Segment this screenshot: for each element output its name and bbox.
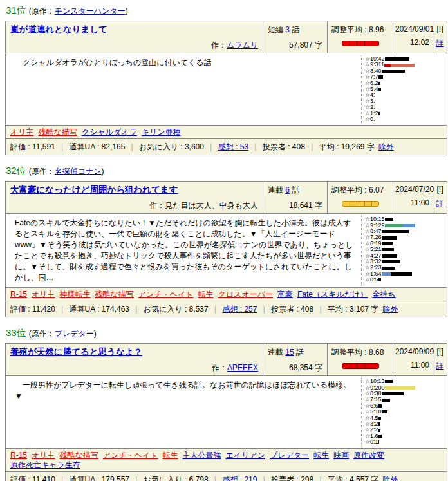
rating-bar-segment — [378, 278, 381, 281]
author-name[interactable]: ムラムリ — [227, 41, 258, 50]
rating-bar-segment — [378, 82, 380, 85]
tag-link[interactable]: R-15 — [10, 290, 27, 299]
tag-link[interactable]: アンチ・ヘイト — [103, 451, 158, 460]
tag-link[interactable]: 主人公最強 — [183, 451, 221, 460]
tag-link[interactable]: 原作改変 — [353, 451, 384, 460]
rating-bar-segment — [378, 417, 381, 420]
entry-tags-row: R-15オリ主神様転生残酷な描写アンチ・ヘイト転生クロスオーバー富豪Fate（ス… — [6, 288, 447, 301]
tag-link[interactable]: オリ主 — [32, 290, 55, 299]
alert-flag-link[interactable]: [!] — [434, 185, 446, 194]
origin-prefix: (原作： — [29, 329, 55, 338]
detail-link[interactable]: 詳 — [434, 361, 446, 372]
tag-link[interactable]: R-15 — [10, 451, 27, 460]
episode-count-link[interactable]: 3 — [285, 25, 290, 34]
stat-value-link[interactable]: 感想 : 257 — [222, 305, 257, 314]
origin-suffix: ) — [126, 6, 128, 15]
tag-link[interactable]: クシャルダオラ — [82, 127, 137, 137]
rating-histogram: ☆10:13☆9:200☆8:38☆7:15☆6:6☆5:10☆4:5☆3:2☆… — [361, 378, 445, 446]
episode-unit: 話 — [292, 185, 299, 194]
title-cell: 養殖が天然に勝てると思うなよ？ 作：APEEEX — [6, 344, 263, 376]
episode-count-link[interactable]: 6 — [285, 185, 290, 194]
tag-link[interactable]: クロスオーバー — [218, 290, 273, 299]
rating-bar-segment — [385, 224, 403, 227]
tag-link[interactable]: 原作死亡キャラ生存 — [10, 460, 80, 469]
author-name[interactable]: APEEEX — [227, 363, 258, 372]
update-datetime-cell: 2024/09/09 11:00 — [393, 344, 433, 376]
stat-value-link[interactable]: 感想 : 53 — [218, 142, 248, 151]
exclude-link[interactable]: 除外 — [378, 142, 394, 151]
episode-count-link[interactable]: 15 — [285, 348, 294, 357]
adjusted-average-cell: 調整平均 : 6.07 — [328, 182, 393, 214]
origin-link[interactable]: 名探偵コナン — [55, 167, 102, 176]
update-time: 11:00 — [395, 361, 429, 370]
stat-separator: ｜ — [125, 142, 139, 151]
rating-bar-segment — [382, 260, 400, 263]
entry-description-row: クシャルダオラがひとりぼっちの登山に付いてくる話 ☆10:42☆9:311☆8:… — [6, 53, 447, 126]
tag-link[interactable]: キリン亜種 — [142, 127, 181, 137]
entry-table: 大富豪になったけど周囲から狙われてます 作：見た目は大人、中身も大人 連載 6 … — [5, 181, 447, 317]
exclude-link[interactable]: 除外 — [382, 475, 398, 481]
tag-link[interactable]: 転生 — [198, 290, 214, 299]
tag-link[interactable]: オリ主 — [10, 127, 34, 137]
stat-value: 評価 : 11,591 — [10, 142, 55, 151]
serial-type: 短編 — [268, 25, 283, 34]
rating-bar-segment — [378, 112, 380, 115]
tag-link[interactable]: 残酷な描写 — [60, 451, 98, 460]
novel-title-link[interactable]: 嵐が道連れとなりまして — [10, 24, 258, 35]
rating-bar-segment — [382, 248, 394, 251]
stat-value: お気に入り : 3,600 — [139, 142, 204, 151]
update-datetime-cell: 2024/09/01 12:02 — [393, 21, 433, 53]
rating-bar-segment — [378, 404, 382, 408]
rank-heading: 32位(原作：名探偵コナン) — [6, 165, 445, 177]
alert-flag-link[interactable]: [!] — [434, 347, 446, 356]
author-prefix: 作： — [212, 363, 227, 372]
novel-title-link[interactable]: 大富豪になったけど周囲から狙われてます — [10, 184, 258, 195]
rating-bar-segment — [382, 70, 405, 73]
tag-link[interactable]: 映画 — [333, 451, 349, 460]
tag-link[interactable]: 転生 — [163, 451, 178, 460]
tag-link[interactable]: 転生 — [313, 451, 329, 460]
rating-row: ☆0:1 — [365, 439, 444, 445]
tag-link[interactable]: 神様転生 — [60, 290, 91, 299]
exclude-link[interactable]: 除外 — [382, 305, 398, 314]
stat-value-link[interactable]: 感想 : 219 — [222, 475, 257, 481]
origin-link[interactable]: プレデター — [55, 329, 94, 338]
rating-bar-segment — [382, 236, 397, 240]
novel-title-link[interactable]: 養殖が天然に勝てると思うなよ？ — [10, 346, 258, 357]
tag-link[interactable]: 金持ち — [372, 290, 395, 299]
tag-link[interactable]: 残酷な描写 — [95, 290, 134, 299]
tag-link[interactable]: Fate（スキルだけ） — [297, 290, 368, 299]
tag-link[interactable]: 富豪 — [277, 290, 293, 299]
rating-bar-segment — [385, 386, 415, 390]
tag-link[interactable]: 残酷な描写 — [39, 127, 77, 137]
title-cell: 大富豪になったけど周囲から狙われてます 作：見た目は大人、中身も大人 — [6, 182, 263, 214]
tag-link[interactable]: プレデター — [270, 451, 309, 460]
stats-cell: 評価 : 11,420｜通算UA : 174,463｜お気に入り : 8,537… — [6, 301, 447, 317]
stat-separator: ｜ — [313, 475, 328, 481]
stat-separator: ｜ — [209, 475, 223, 481]
char-count: 18,641 字 — [268, 200, 322, 211]
update-date: 2024/09/01 — [395, 24, 429, 33]
tag-link[interactable]: オリ主 — [32, 451, 55, 460]
origin-prefix: (原作： — [29, 167, 55, 176]
tag-link[interactable]: エイリアン — [226, 451, 265, 460]
entry-tags-row: R-15オリ主残酷な描写アンチ・ヘイト転生主人公最強エイリアンプレデター転生映画… — [6, 448, 447, 471]
alert-flag-link[interactable]: [!] — [434, 24, 446, 33]
rating-row: ☆4: — [365, 92, 444, 98]
adjusted-average-cell: 調整平均 : 8.96 — [328, 21, 393, 53]
detail-link[interactable]: 詳 — [434, 38, 446, 49]
entry-stats-row: 評価 : 11,591｜通算UA : 82,165｜お気に入り : 3,600｜… — [6, 139, 447, 155]
stat-value: 評価 : 11,420 — [10, 305, 55, 314]
adjusted-average-bar — [342, 363, 379, 369]
origin-link[interactable]: モンスターハンター — [55, 6, 126, 15]
adjusted-average-value: 調整平均 : 8.96 — [331, 24, 389, 35]
tag-link[interactable]: アンチ・ヘイト — [138, 290, 194, 299]
rating-row: ☆0:5 — [365, 277, 444, 283]
rating-star-count: ☆0: — [365, 117, 375, 122]
rating-bar-segment — [384, 64, 391, 67]
stat-separator: ｜ — [248, 142, 263, 151]
stat-separator: ｜ — [305, 142, 319, 151]
detail-link[interactable]: 詳 — [434, 198, 446, 209]
flag-cell: [!] 詳 — [433, 344, 447, 376]
entry-description-row: 一般男性がプレデターに転生し頑張って生き残る話。なお前世の記憶はほぼ忘れている模… — [6, 376, 447, 448]
